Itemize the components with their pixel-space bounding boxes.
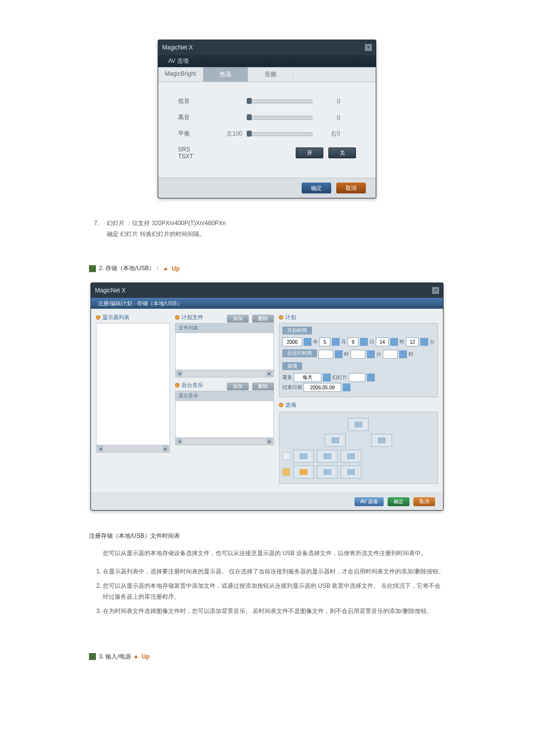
- dialog1-footer: 确定 取消: [158, 178, 376, 198]
- bass-row: 低音 0: [178, 97, 356, 105]
- para-li3: 在为时间表文件选择图像文件时，您可以添加背景音乐。 若时间表文件不是图像文件，则…: [103, 606, 445, 617]
- day-input[interactable]: [348, 337, 358, 346]
- ok-button[interactable]: 确定: [302, 183, 331, 193]
- col-displays: 显示器列表 ◄ ►: [96, 314, 170, 488]
- slide-dropdown-icon[interactable]: [367, 374, 375, 381]
- music-title: 后台音乐: [175, 381, 203, 389]
- layout-row-radio-selected[interactable]: [282, 468, 290, 476]
- dialog1-body: 低音 0 高音 0 平衡 左100 右0 SRS TSXT: [158, 82, 376, 178]
- run-m-input[interactable]: [351, 350, 365, 359]
- music-del-button[interactable]: 删除: [252, 382, 274, 390]
- dialog2-titlebar: MagicNet X ✕: [91, 283, 443, 298]
- section3-heading: 3. 输入/电源 Up: [89, 653, 445, 661]
- layout-option[interactable]: [341, 466, 361, 478]
- slide-input[interactable]: [349, 373, 365, 382]
- bullet-icon: [96, 315, 100, 320]
- repeat-select[interactable]: [294, 373, 321, 382]
- schedule-dialog: MagicNet X ✕ 注册/编辑计划 - 存储（本地/USB） 显示器列表 …: [90, 283, 444, 511]
- file-listbox[interactable]: 文件列表 ◄ ►: [175, 323, 274, 378]
- col-plan: 计划 开始时间 年 月 日: [279, 314, 438, 488]
- close-icon[interactable]: ✕: [365, 44, 372, 51]
- dialog2-close-icon[interactable]: ✕: [432, 287, 439, 294]
- file-hscroll[interactable]: ◄ ►: [176, 370, 273, 377]
- layout-option[interactable]: [317, 450, 338, 463]
- tab-magicbright[interactable]: MagicBright: [158, 67, 203, 82]
- year-input[interactable]: [282, 337, 302, 346]
- slide-label: 幻灯片: [332, 374, 347, 381]
- item-number: 7.: [89, 218, 99, 229]
- layout-option[interactable]: [293, 466, 314, 478]
- tab-color-temp[interactable]: 色温: [203, 67, 248, 82]
- file-add-button[interactable]: 添加: [227, 315, 249, 323]
- layout-icon: [347, 453, 355, 459]
- rm-dropdown-icon[interactable]: [367, 350, 375, 358]
- section-icon: [89, 265, 96, 272]
- day-unit: 日: [369, 338, 374, 345]
- layout-option[interactable]: [341, 450, 361, 463]
- start-time-header: 开始时间: [282, 327, 312, 334]
- layout-option[interactable]: [293, 450, 314, 463]
- min-dropdown-icon[interactable]: [420, 338, 428, 346]
- cancel-button[interactable]: 取消: [336, 183, 366, 193]
- display-hscroll[interactable]: ◄ ►: [96, 445, 170, 452]
- scroll-left-icon[interactable]: ◄: [97, 446, 103, 452]
- rs-dropdown-icon[interactable]: [399, 350, 407, 358]
- layout-option[interactable]: [325, 434, 346, 447]
- min-unit: 分: [430, 338, 435, 345]
- display-listbox[interactable]: ◄ ►: [96, 323, 170, 453]
- bass-value: 0: [312, 98, 340, 105]
- plan-title-text: 计划: [285, 314, 296, 321]
- repeat-label: 重复: [282, 374, 292, 381]
- balance-row: 平衡 左100 右0: [178, 130, 356, 138]
- balance-right-label: 右0: [312, 130, 340, 138]
- tab-audio[interactable]: 音频: [248, 67, 293, 82]
- month-dropdown-icon[interactable]: [332, 338, 340, 346]
- year-dropdown-icon[interactable]: [304, 338, 312, 346]
- end-date-input[interactable]: [304, 383, 341, 392]
- balance-slider[interactable]: [247, 132, 312, 136]
- rh-dropdown-icon[interactable]: [335, 350, 343, 358]
- hour-dropdown-icon[interactable]: [390, 338, 398, 346]
- item7-line1: 幻灯片 ：仅支持 320PXn/400P(T)Xn/460PXn: [107, 218, 226, 229]
- run-s-unit: 秒: [408, 351, 413, 358]
- d2-cancel-button[interactable]: 取消: [413, 497, 435, 506]
- section2-up[interactable]: Up: [172, 265, 179, 272]
- plan-title: 计划: [279, 314, 438, 321]
- file-del-button[interactable]: 删除: [252, 315, 274, 323]
- slide-note: 7. 幻灯片 ：仅支持 320PXn/400P(T)Xn/460PXn 确定 幻…: [89, 218, 445, 239]
- run-s-input[interactable]: [383, 350, 398, 359]
- hour-input[interactable]: [376, 337, 389, 346]
- up-icon: [134, 655, 138, 658]
- srs-on-button[interactable]: 开: [296, 147, 323, 158]
- up-icon: [164, 267, 168, 270]
- treble-slider[interactable]: [247, 116, 312, 120]
- day-dropdown-icon[interactable]: [360, 338, 368, 346]
- scroll-left-icon[interactable]: ◄: [177, 438, 182, 444]
- layout-option[interactable]: [348, 418, 369, 431]
- scroll-right-icon[interactable]: ►: [267, 438, 272, 444]
- section3-up[interactable]: Up: [142, 653, 150, 660]
- music-hscroll[interactable]: ◄ ►: [176, 437, 273, 445]
- d2-ok-button[interactable]: 确定: [388, 497, 409, 506]
- plan-panel: 开始时间 年 月 日 时: [279, 323, 438, 397]
- layout-option[interactable]: [317, 466, 338, 478]
- end-dropdown-icon[interactable]: [343, 383, 351, 391]
- balance-left-label: 左100: [213, 130, 247, 138]
- min-input[interactable]: [406, 337, 419, 346]
- scroll-right-icon[interactable]: ►: [163, 446, 169, 452]
- scroll-right-icon[interactable]: ►: [267, 371, 272, 377]
- music-listbox[interactable]: 后台音乐 ◄ ►: [175, 391, 274, 445]
- dialog2-brand: MagicNet X: [95, 287, 126, 294]
- month-input[interactable]: [319, 337, 330, 346]
- layout-icon: [355, 422, 362, 427]
- file-list-header: 文件列表: [176, 324, 273, 333]
- music-add-button[interactable]: 添加: [227, 382, 249, 390]
- scroll-left-icon[interactable]: ◄: [177, 371, 182, 377]
- run-h-input[interactable]: [318, 350, 333, 359]
- av-options-button[interactable]: AV 选项: [355, 497, 384, 506]
- repeat-dropdown-icon[interactable]: [323, 374, 331, 381]
- layout-row-radio[interactable]: [282, 452, 290, 460]
- bass-slider[interactable]: [247, 99, 312, 103]
- layout-option[interactable]: [371, 434, 392, 447]
- srs-off-button[interactable]: 关: [328, 147, 356, 158]
